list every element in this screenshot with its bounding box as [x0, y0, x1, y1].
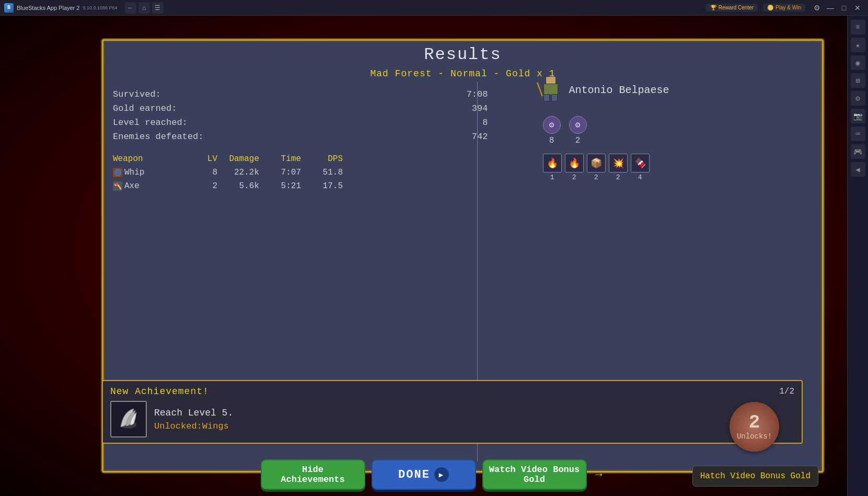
- sidebar-icon-menu[interactable]: ≡: [851, 20, 865, 34]
- gold-label: Gold earned:: [113, 103, 177, 113]
- watch-arrow-icon: →: [595, 468, 602, 481]
- unlocks-count: 2: [749, 413, 760, 432]
- axe-icon: 🪓: [113, 181, 122, 191]
- col-weapon: Weapon: [113, 154, 186, 164]
- stats-left: Survived: 7:08 Gold earned: 394 Level re…: [108, 87, 498, 193]
- coin-icon: 🪙: [767, 5, 773, 10]
- weapon-whip-lv: 8: [186, 168, 217, 177]
- level-num-1: 8: [549, 136, 554, 145]
- watch-button-wrapper: Watch Video BonusGold →: [482, 459, 587, 490]
- item-num-4: 2: [616, 174, 620, 181]
- level-item-1: ⚙ 8: [543, 116, 561, 145]
- stat-enemies: Enemies defeated: 742: [108, 130, 498, 144]
- item-icon-5: 🍫: [631, 154, 650, 172]
- character-sprite: [538, 76, 564, 108]
- weapon-whip-damage: 22.2k: [217, 168, 259, 177]
- item-num-5: 4: [638, 174, 642, 181]
- weapon-whip-time: 7:07: [259, 168, 301, 177]
- titlebar-right: 🏆 Reward Center 🪙 Play & Win ⚙ — □ ✕: [706, 3, 864, 13]
- app-name: BlueStacks App Player 2: [17, 5, 79, 11]
- weapon-whip-name: 🌀 Whip: [113, 168, 186, 177]
- sidebar-icon-circle[interactable]: ◉: [851, 55, 865, 70]
- col-dps: DPS: [301, 154, 343, 164]
- item-num-1: 1: [550, 174, 554, 181]
- bluestacks-logo: B: [4, 3, 14, 13]
- sidebar-icon-settings[interactable]: ⚙: [851, 91, 865, 106]
- unlocks-label: Unlocks!: [737, 432, 772, 441]
- item-icon-2: 🔥: [565, 154, 584, 172]
- level-icon-1: ⚙: [543, 116, 561, 134]
- back-button[interactable]: ←: [125, 2, 136, 14]
- stat-survived: Survived: 7:08: [108, 87, 498, 101]
- achievement-icon: [110, 401, 147, 437]
- achievement-description: Reach Level 5.: [154, 408, 794, 418]
- achievement-panel: New Achievement! 1/2 Reach Level 5. Unlo…: [102, 380, 803, 444]
- game-area: Results Mad Forest - Normal - Gold x 1 S…: [0, 16, 847, 496]
- sidebar-icon-gamepad[interactable]: 🎮: [851, 144, 865, 159]
- play-win-button[interactable]: 🪙 Play & Win: [763, 4, 805, 11]
- achievement-unlock: Unlocked:Wings: [154, 421, 794, 431]
- survived-label: Survived:: [113, 89, 161, 99]
- hatch-bonus-text: Hatch Video Bonus Gold: [700, 471, 811, 481]
- reward-center-button[interactable]: 🏆 Reward Center: [706, 4, 758, 11]
- weapon-axe-time: 5:21: [259, 181, 301, 191]
- sidebar-icon-back[interactable]: ◀: [851, 162, 865, 177]
- done-label: DONE: [398, 468, 430, 481]
- results-title: Results: [108, 45, 818, 64]
- achievement-header: New Achievement! 1/2: [110, 386, 794, 397]
- level-label: Level reached:: [113, 118, 188, 128]
- weapon-axe-name: 🪓 Axe: [113, 181, 186, 191]
- sidebar-icon-keyboard[interactable]: ⌨: [851, 126, 865, 141]
- bottom-buttons: HideAchievements DONE ▶ Watch Video Bonu…: [261, 459, 587, 490]
- titlebar: B BlueStacks App Player 2 5.10.0.1086 P6…: [0, 0, 868, 16]
- hide-achievements-button[interactable]: HideAchievements: [261, 459, 365, 490]
- level-item-2: ⚙ 2: [569, 116, 587, 145]
- sidebar-icon-grid[interactable]: ⊞: [851, 73, 865, 88]
- item-box-2: 🔥 2: [565, 154, 584, 181]
- item-box-5: 🍫 4: [631, 154, 650, 181]
- stat-gold: Gold earned: 394: [108, 101, 498, 116]
- weapon-row-axe: 🪓 Axe 2 5.6k 5:21 17.5: [113, 179, 498, 193]
- item-box-3: 📦 2: [587, 154, 606, 181]
- col-lv: LV: [186, 154, 217, 164]
- sidebar-icon-star[interactable]: ★: [851, 38, 865, 52]
- item-box-4: 💥 2: [609, 154, 628, 181]
- settings-button[interactable]: ⚙: [811, 3, 823, 13]
- home-button[interactable]: ⌂: [138, 2, 150, 14]
- item-icons-row: 🔥 1 🔥 2 📦 2 💥 2: [543, 154, 807, 181]
- achievement-body: Reach Level 5. Unlocked:Wings: [110, 401, 794, 437]
- minimize-button[interactable]: —: [824, 3, 837, 13]
- done-button[interactable]: DONE ▶: [372, 459, 476, 490]
- stat-level: Level reached: 8: [108, 116, 498, 130]
- enemies-label: Enemies defeated:: [113, 132, 203, 142]
- weapon-axe-lv: 2: [186, 181, 217, 191]
- item-icon-4: 💥: [609, 154, 628, 172]
- achievement-title: New Achievement!: [110, 386, 209, 397]
- unlocks-circle: 2 Unlocks!: [730, 402, 779, 452]
- maximize-button[interactable]: □: [838, 3, 850, 13]
- weapons-table: Weapon LV Damage Time DPS 🌀 Whip 8 22.2k: [108, 152, 498, 193]
- weapon-axe-dps: 17.5: [301, 181, 343, 191]
- bookmark-button[interactable]: ☰: [152, 2, 164, 14]
- window-controls: ⚙ — □ ✕: [811, 3, 864, 13]
- weapon-row-whip: 🌀 Whip 8 22.2k 7:07 51.8: [113, 166, 498, 179]
- wing-svg: [115, 406, 142, 432]
- level-items: ⚙ 8 ⚙ 2: [543, 116, 807, 145]
- titlebar-nav: ← ⌂ ☰: [125, 2, 164, 14]
- item-icon-1: 🔥: [543, 154, 562, 172]
- watch-video-bonus-button[interactable]: Watch Video BonusGold: [482, 459, 587, 490]
- level-icon-2: ⚙: [569, 116, 587, 134]
- level-num-2: 2: [575, 136, 581, 145]
- close-button[interactable]: ✕: [851, 3, 864, 13]
- whip-icon: 🌀: [113, 168, 122, 177]
- sidebar-icon-camera[interactable]: 📷: [851, 109, 865, 123]
- character-name: Antonio Belpaese: [569, 84, 669, 96]
- character-panel: Antonio Belpaese ⚙ 8 ⚙ 2 🔥: [538, 76, 807, 181]
- enemies-value: 742: [472, 132, 488, 142]
- achievement-text: Reach Level 5. Unlocked:Wings: [154, 408, 794, 431]
- weapons-header: Weapon LV Damage Time DPS: [113, 152, 498, 166]
- item-num-3: 2: [594, 174, 598, 181]
- right-sidebar: ≡ ★ ◉ ⊞ ⚙ 📷 ⌨ 🎮 ◀: [847, 16, 868, 496]
- weapon-whip-dps: 51.8: [301, 168, 343, 177]
- reward-label: Reward Center: [719, 5, 754, 10]
